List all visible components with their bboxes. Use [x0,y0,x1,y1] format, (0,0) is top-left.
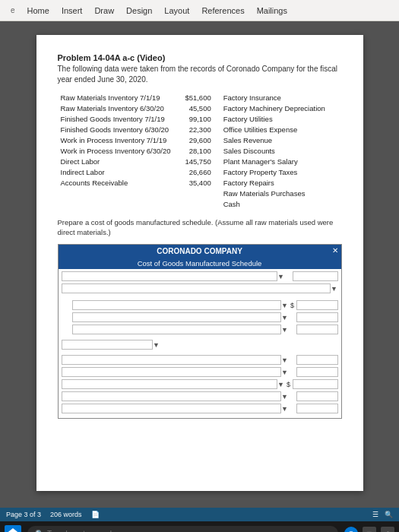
table-cell-right: Factory Insurance [222,93,340,102]
table-cell-value: 99,100 [179,114,220,123]
windows-icon [8,528,18,532]
dropdown-arrow-6[interactable]: ▼ [153,341,160,349]
ribbon-tab-insert[interactable]: Insert [55,3,89,18]
dropdown-arrow-3[interactable]: ▼ [281,302,289,309]
document-area: Problem 14-04A a-c (Video) The following… [0,21,399,508]
schedule-title-header: Cost of Goods Manufactured Schedule [59,258,341,269]
schedule-value-input-7[interactable] [296,355,338,365]
table-cell-right: Factory Utilities [222,114,340,123]
schedule-body: ▼ ▼ ▼ $ [59,269,341,418]
table-cell-value: 26,660 [179,167,220,176]
page-indicator: Page 3 of 3 [6,511,41,518]
dropdown-arrow-4[interactable]: ▼ [281,314,289,321]
search-icon: 🔍 [35,530,44,533]
schedule-row-7: ▼ [62,355,338,366]
schedule-row-6: ▼ [62,340,338,350]
data-table: Raw Materials Inventory 7/1/19 $51,600 F… [58,91,342,210]
schedule-label-input-9[interactable] [62,379,277,389]
dropdown-arrow-10[interactable]: ▼ [281,393,289,401]
language-icon: 📄 [91,511,100,518]
taskbar-search-input[interactable] [47,530,331,533]
schedule-value-input-3[interactable] [296,300,338,310]
dropdown-arrow-5[interactable]: ▼ [281,326,289,334]
schedule-value-input-5[interactable] [296,325,338,334]
ribbon-tab-draw[interactable]: Draw [88,3,120,18]
ribbon-tab-home[interactable]: Home [21,3,55,18]
ribbon: e Home Insert Draw Design Layout Referen… [0,0,399,21]
schedule-label-input-4[interactable] [72,312,281,322]
taskbar-app-icon-2[interactable]: ▦ [363,527,376,532]
ribbon-tab-mailings[interactable]: Mailings [251,3,293,18]
table-cell-right: Factory Property Taxes [222,167,340,176]
schedule-row-5: ▼ [62,325,338,335]
table-cell-value: $51,600 [179,93,220,102]
table-cell-right: Factory Machinery Depreciation [222,103,340,112]
dropdown-arrow-11[interactable]: ▼ [281,405,289,413]
schedule-label-input-11[interactable] [62,404,281,413]
dropdown-arrow-2[interactable]: ▼ [331,285,338,293]
table-cell-label: Indirect Labor [59,167,178,176]
schedule-header-row: CORONADO COMPANY Cost of Goods Manufactu… [59,245,341,269]
ribbon-tab-arrow[interactable]: e [5,3,21,17]
schedule-label-input-6[interactable] [62,340,153,350]
schedule-value-input-10[interactable] [296,391,338,401]
schedule-total-input-9[interactable] [293,379,338,389]
table-cell-right: Raw Materials Purchases [222,188,340,198]
dropdown-arrow-8[interactable]: ▼ [281,369,289,376]
table-cell-value: 145,750 [179,157,220,166]
zoom-icon[interactable]: 🔍 [385,511,393,518]
schedule-value-input-4[interactable] [296,312,338,322]
dropdown-arrow-9[interactable]: ▼ [277,381,285,388]
schedule-total-input-1[interactable] [293,271,338,281]
schedule-label-input-3[interactable] [72,300,281,310]
taskbar-search-box[interactable]: 🔍 [27,526,338,532]
document-page: Problem 14-04A a-c (Video) The following… [36,35,363,491]
status-right-group: ☰ 🔍 [372,511,393,518]
table-row: Raw Materials Purchases [59,188,340,198]
schedule-label-input-7[interactable] [62,355,281,365]
close-icon[interactable]: ✕ [332,246,338,255]
schedule-label-input-10[interactable] [62,391,281,401]
ribbon-tab-references[interactable]: References [195,3,250,18]
ribbon-tab-design[interactable]: Design [120,3,158,18]
taskbar-app-icon-1[interactable]: O [344,527,358,532]
table-cell-right: Cash [222,199,340,208]
schedule-label-input-2[interactable] [62,283,331,293]
schedule-row-8: ▼ [62,367,338,378]
table-row: Raw Materials Inventory 6/30/20 45,500 F… [59,103,340,112]
schedule-row-9: ▼ $ [62,379,338,390]
schedule-row-1: ▼ [62,271,338,282]
table-row: Indirect Labor 26,660 Factory Property T… [59,167,340,176]
table-row: Accounts Receivable 35,400 Factory Repai… [59,178,340,187]
table-cell-label: Raw Materials Inventory 7/1/19 [59,93,178,102]
schedule-value-input-11[interactable] [296,404,338,413]
ribbon-tab-layout[interactable]: Layout [158,3,195,18]
table-cell-value: 35,400 [179,178,220,187]
table-cell-value: 45,500 [179,103,220,112]
taskbar-app-icon-3[interactable]: ⚙ [381,527,394,532]
problem-description: The following data were taken from the r… [58,64,342,85]
schedule-container: CORONADO COMPANY Cost of Goods Manufactu… [58,244,342,419]
table-cell-value: 29,600 [179,135,220,144]
table-row: Cash [59,199,340,208]
table-row: Direct Labor 145,750 Plant Manager's Sal… [59,157,340,166]
dropdown-arrow-7[interactable]: ▼ [281,356,289,364]
status-text-group: Page 3 of 3 206 words 📄 [6,511,100,518]
view-icon[interactable]: ☰ [372,511,378,518]
schedule-row-2: ▼ [62,283,338,294]
table-row: Finished Goods Inventory 7/1/19 99,100 F… [59,114,340,123]
schedule-value-input-8[interactable] [296,367,338,377]
schedule-label-input-8[interactable] [62,367,281,377]
table-cell-value: 28,100 [179,146,220,155]
schedule-label-input-5[interactable] [72,325,281,334]
taskbar-icon-group: O ▦ ⚙ [344,527,394,532]
table-row: Work in Process Inventory 7/1/19 29,600 … [59,135,340,144]
table-cell-right: Office Utilities Expense [222,125,340,134]
dropdown-arrow-1[interactable]: ▼ [277,273,285,280]
start-button[interactable] [5,525,21,532]
schedule-label-input-1[interactable] [62,271,277,281]
schedule-row-4: ▼ [62,312,338,323]
table-row: Raw Materials Inventory 7/1/19 $51,600 F… [59,93,340,102]
table-cell-label: Work in Process Inventory 6/30/20 [59,146,178,155]
problem-title: Problem 14-04A a-c (Video) [58,53,342,62]
